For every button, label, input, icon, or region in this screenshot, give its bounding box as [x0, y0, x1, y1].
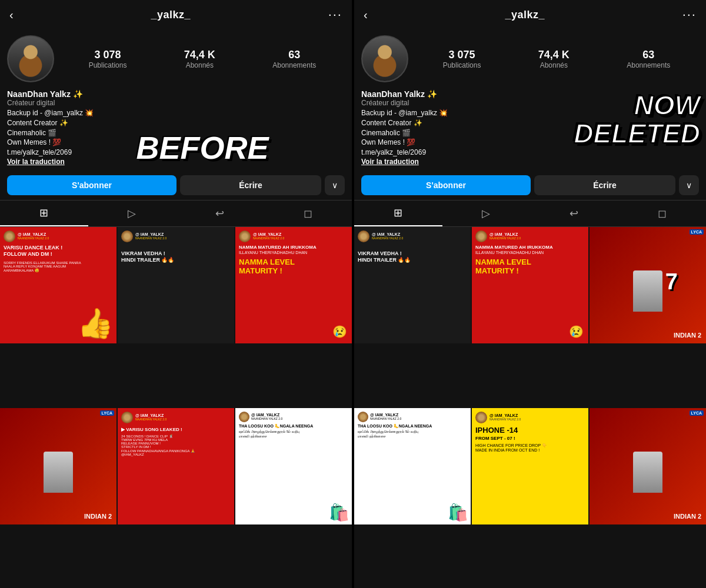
stat-abonnements-after: 63 Abonnements [627, 49, 670, 69]
grid-cell-5-before: @ IAM_YALKZ NAANDHAN YALKZ 2.0 ▶ VARISU … [118, 408, 234, 524]
message-button-after[interactable]: Écrire [534, 175, 675, 195]
grid-cell-1-after: @ IAM_YALKZ NAANDHAN YALKZ 2.0 VIKRAM VE… [354, 227, 471, 343]
stat-number-abonnements-after: 63 [642, 49, 654, 61]
grid-cell-2-after: @ IAM_YALKZ NAANDHAN YALKZ 2.0 NAMMA MAT… [472, 227, 588, 343]
chevron-button-after[interactable]: ∨ [679, 175, 699, 195]
stat-label-abonnes-after: Abonnés [540, 61, 568, 69]
profile-section-before: 3 078 Publications 74,4 K Abonnés 63 Abo… [0, 29, 352, 87]
avatar-before [7, 35, 54, 82]
grid-cell-6-before: @ IAM_YALKZ NAANDHAN YALKZ 2.0 THA LOOSU… [235, 408, 352, 524]
bio-after: NaanDhan Yalkz ✨ Créateur digital Backup… [354, 87, 706, 171]
more-options-after[interactable]: ··· [682, 7, 697, 22]
tab-tagged-after[interactable]: ◻ [618, 201, 707, 226]
grid-cell-4-before: LYCA INDIAN 2 [0, 408, 116, 524]
subscribe-button-after[interactable]: S'abonner [361, 175, 531, 195]
stat-number-publications-after: 3 075 [449, 49, 475, 61]
bio-subtitle-after: Créateur digital [361, 99, 699, 107]
grid-cell-4-after: @ IAM_YALKZ NAANDHAN YALKZ 2.0 THA LOOSU… [354, 408, 471, 524]
grid-cell-3-after: LYCA INDIAN 2 [590, 227, 706, 343]
bio-before: NaanDhan Yalkz ✨ Créateur digital Backup… [0, 87, 352, 171]
stat-number-publications-before: 3 078 [95, 49, 121, 61]
tab-reels-before[interactable]: ▷ [88, 201, 176, 226]
grid-before: @ IAM_YALKZ NAANDHAN YALKZ 2.0 VARISU DA… [0, 227, 352, 588]
stats-row-after: 3 075 Publications 74,4 K Abonnés 63 Abo… [414, 49, 699, 69]
stat-publications-before: 3 078 Publications [89, 49, 127, 69]
buttons-row-before: S'abonner Écrire ∨ [0, 171, 352, 200]
tab-igtv-after[interactable]: ↩ [530, 201, 618, 226]
grid-cell-6-after: LYCA INDIAN 2 [590, 408, 706, 524]
stat-abonnes-before: 74,4 K Abonnés [184, 49, 215, 69]
bio-subtitle-before: Créateur digital [7, 99, 345, 107]
stat-number-abonnes-after: 74,4 K [538, 49, 570, 61]
avatar-after [361, 35, 408, 82]
buttons-row-after: S'abonner Écrire ∨ [354, 171, 706, 200]
stat-label-abonnements-before: Abonnements [272, 61, 316, 69]
stat-label-publications-before: Publications [89, 61, 127, 69]
bio-see-translation-after[interactable]: Voir la traduction [361, 158, 699, 166]
tab-reels-after[interactable]: ▷ [442, 201, 531, 226]
grid-cell-1-before: @ IAM_YALKZ NAANDHAN YALKZ 2.0 VARISU DA… [0, 227, 116, 343]
tab-tagged-before[interactable]: ◻ [264, 201, 352, 226]
tab-igtv-before[interactable]: ↩ [176, 201, 264, 226]
stat-publications-after: 3 075 Publications [443, 49, 481, 69]
bio-text-after: Backup id - @iam_yalkz 💥 Content Creator… [361, 108, 699, 158]
bio-name-before: NaanDhan Yalkz ✨ [7, 89, 345, 99]
grid-cell-3-before: @ IAM_YALKZ NAANDHAN YALKZ 2.0 NAMMA MAT… [235, 227, 352, 343]
grid-after: @ IAM_YALKZ NAANDHAN YALKZ 2.0 VIKRAM VE… [354, 227, 706, 588]
chevron-button-before[interactable]: ∨ [325, 175, 345, 195]
stats-row-before: 3 078 Publications 74,4 K Abonnés 63 Abo… [60, 49, 345, 69]
more-options-before[interactable]: ··· [328, 7, 342, 22]
bio-see-translation-before[interactable]: Voir la traduction [7, 158, 345, 166]
tab-grid-before[interactable]: ⊞ [0, 201, 88, 226]
header-after: ‹ _yalkz_ ··· [354, 0, 706, 29]
stat-number-abonnes-before: 74,4 K [184, 49, 215, 61]
stat-label-abonnes-before: Abonnés [186, 61, 214, 69]
grid-cell-5-after: @ IAM_YALKZ NAANDHAN YALKZ 2.0 IPHONE -1… [472, 408, 588, 524]
stat-number-abonnements-before: 63 [288, 49, 300, 61]
username-before: _yalkz_ [151, 9, 191, 21]
header-before: ‹ _yalkz_ ··· [0, 0, 352, 29]
tabs-after: ⊞ ▷ ↩ ◻ [354, 200, 706, 227]
panel-before: ‹ _yalkz_ ··· 3 078 Publications 74,4 K … [0, 0, 352, 588]
tab-grid-after[interactable]: ⊞ [354, 201, 442, 226]
panel-after: ‹ _yalkz_ ··· 3 075 Publications 74,4 K … [352, 0, 706, 588]
tabs-before: ⊞ ▷ ↩ ◻ [0, 200, 352, 227]
username-after: _yalkz_ [505, 9, 545, 21]
stat-abonnements-before: 63 Abonnements [272, 49, 316, 69]
back-icon-right[interactable]: ‹ [364, 8, 368, 22]
profile-section-after: 3 075 Publications 74,4 K Abonnés 63 Abo… [354, 29, 706, 87]
back-icon-left[interactable]: ‹ [9, 8, 14, 22]
stat-abonnes-after: 74,4 K Abonnés [538, 49, 570, 69]
stat-label-publications-after: Publications [443, 61, 481, 69]
grid-cell-2-before: @ IAM_YALKZ NAANDHAN YALKZ 2.0 VIKRAM VE… [118, 227, 234, 343]
bio-text-before: Backup id - @iam_yalkz 💥 Content Creator… [7, 108, 345, 158]
message-button-before[interactable]: Écrire [180, 175, 321, 195]
subscribe-button-before[interactable]: S'abonner [7, 175, 176, 195]
stat-label-abonnements-after: Abonnements [627, 61, 670, 69]
bio-name-after: NaanDhan Yalkz ✨ [361, 89, 699, 99]
